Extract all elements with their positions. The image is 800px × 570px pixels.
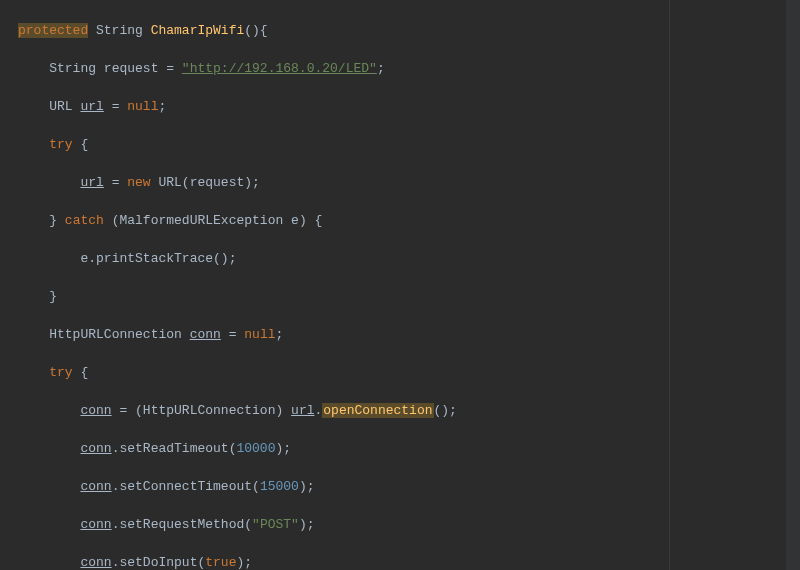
- editor-margin-line: [669, 0, 670, 570]
- vertical-scrollbar[interactable]: [786, 0, 800, 570]
- code-line[interactable]: protected String ChamarIpWifi(){: [0, 21, 800, 40]
- code-line[interactable]: } catch (MalformedURLException e) {: [0, 211, 800, 230]
- var-url: url: [80, 99, 103, 114]
- code-editor[interactable]: protected String ChamarIpWifi(){ String …: [0, 0, 800, 570]
- keyword-try: try: [49, 137, 72, 152]
- code-line[interactable]: e.printStackTrace();: [0, 249, 800, 268]
- code-line[interactable]: conn.setReadTimeout(10000);: [0, 439, 800, 458]
- method-openconnection: openConnection: [322, 403, 433, 418]
- code-line[interactable]: try {: [0, 363, 800, 382]
- keyword-catch: catch: [65, 213, 104, 228]
- var-conn: conn: [190, 327, 221, 342]
- code-line[interactable]: conn = (HttpURLConnection) url.openConne…: [0, 401, 800, 420]
- string-url: "http://192.168.0.20/LED": [182, 61, 377, 76]
- method-name: ChamarIpWifi: [151, 23, 245, 38]
- code-line[interactable]: URL url = null;: [0, 97, 800, 116]
- code-line[interactable]: HttpURLConnection conn = null;: [0, 325, 800, 344]
- keyword-protected: protected: [18, 23, 88, 38]
- code-line[interactable]: try {: [0, 135, 800, 154]
- code-line[interactable]: conn.setConnectTimeout(15000);: [0, 477, 800, 496]
- code-line[interactable]: conn.setRequestMethod("POST");: [0, 515, 800, 534]
- code-line[interactable]: String request = "http://192.168.0.20/LE…: [0, 59, 800, 78]
- code-line[interactable]: }: [0, 287, 800, 306]
- code-line[interactable]: url = new URL(request);: [0, 173, 800, 192]
- code-line[interactable]: conn.setDoInput(true);: [0, 553, 800, 570]
